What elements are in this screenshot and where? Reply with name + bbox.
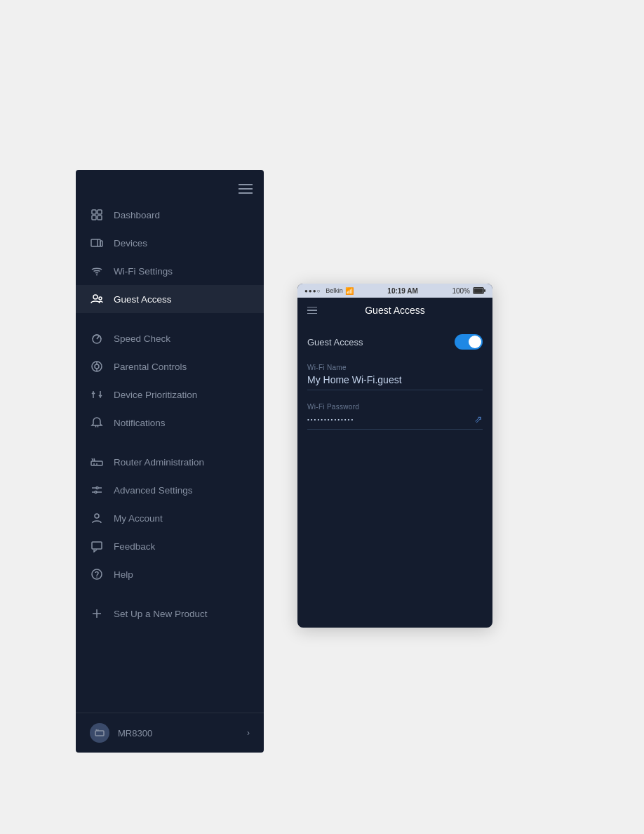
wifi-name-label: Wi-Fi Name (307, 364, 483, 371)
sidebar-item-wifi-settings[interactable]: Wi-Fi Settings (76, 257, 264, 285)
wifi-password-field: Wi-Fi Password •••••••••••••• ⇗ (307, 403, 483, 430)
phone-content: Guest Access Wi-Fi Name My Home Wi-Fi.gu… (297, 323, 492, 454)
sidebar-label-setup: Set Up a New Product (114, 609, 208, 619)
device-row[interactable]: MR8300 › (76, 713, 264, 753)
sidebar-item-advanced[interactable]: Advanced Settings (76, 476, 264, 504)
sidebar-label-account: My Account (114, 513, 163, 524)
sidebar-label-notifications: Notifications (114, 418, 166, 428)
svg-line-39 (96, 729, 97, 731)
guest-access-toggle[interactable] (455, 334, 483, 350)
svg-point-12 (95, 364, 99, 369)
wifi-icon (90, 264, 104, 278)
sidebar-label-dashboard: Dashboard (114, 210, 160, 220)
sidebar-label-devices: Devices (114, 238, 147, 249)
svg-point-8 (93, 295, 98, 299)
phone-nav-bar: Guest Access (297, 298, 492, 323)
devices-icon (90, 236, 104, 250)
svg-point-35 (96, 576, 98, 578)
svg-rect-43 (474, 289, 483, 293)
sidebar-item-devices[interactable]: Devices (76, 229, 264, 257)
help-icon (90, 567, 104, 581)
svg-point-24 (93, 463, 95, 465)
svg-rect-1 (98, 210, 102, 214)
sidebar: Dashboard Devices Wi-Fi Settings Guest A… (76, 170, 264, 753)
phone-mockup: ●●●○ Belkin 📶 10:19 AM 100% Guest Access… (297, 284, 492, 628)
password-dots: •••••••••••••• (307, 416, 354, 423)
wifi-name-value: My Home Wi-Fi.guest (307, 374, 483, 390)
svg-rect-4 (91, 239, 100, 246)
sidebar-item-dashboard[interactable]: Dashboard (76, 201, 264, 229)
notifications-icon (90, 416, 104, 430)
toggle-knob (469, 336, 481, 348)
sidebar-item-priority[interactable]: Device Prioritization (76, 380, 264, 409)
sidebar-item-notifications[interactable]: Notifications (76, 409, 264, 437)
svg-rect-42 (484, 289, 485, 292)
guest-access-row: Guest Access (307, 334, 483, 350)
sidebar-item-router-admin[interactable]: Router Administration (76, 448, 264, 476)
sidebar-label-feedback: Feedback (114, 541, 155, 552)
svg-rect-38 (95, 731, 104, 736)
wifi-password-label: Wi-Fi Password (307, 403, 483, 411)
svg-rect-3 (98, 216, 102, 220)
status-right: 100% (452, 287, 485, 295)
carrier-label: Belkin (326, 287, 343, 294)
priority-icon (90, 388, 104, 402)
battery-label: 100% (452, 287, 470, 295)
sidebar-item-account[interactable]: My Account (76, 504, 264, 532)
advanced-icon (90, 483, 104, 497)
parental-icon (90, 359, 104, 373)
signal-dots: ●●●○ (304, 288, 321, 294)
account-icon (90, 511, 104, 525)
device-avatar (90, 723, 109, 743)
svg-point-34 (92, 569, 102, 579)
svg-rect-6 (100, 241, 102, 246)
wifi-password-value-row: •••••••••••••• ⇗ (307, 413, 483, 430)
svg-point-31 (95, 491, 97, 494)
sidebar-item-parental[interactable]: Parental Controls (76, 352, 264, 380)
guest-icon (90, 292, 104, 306)
device-chevron-icon: › (247, 728, 250, 738)
wifi-status-icon: 📶 (345, 287, 354, 295)
svg-rect-0 (92, 210, 96, 214)
status-time: 10:19 AM (387, 287, 418, 295)
phone-hamburger-icon[interactable] (307, 307, 317, 315)
svg-point-32 (95, 514, 99, 518)
sidebar-label-speed: Speed Check (114, 333, 170, 344)
svg-point-7 (96, 274, 98, 276)
sidebar-label-parental: Parental Controls (114, 362, 187, 372)
dashboard-icon (90, 208, 104, 222)
svg-line-23 (94, 458, 95, 461)
wifi-name-field: Wi-Fi Name My Home Wi-Fi.guest (307, 364, 483, 390)
sidebar-item-help[interactable]: Help (76, 560, 264, 588)
battery-icon (473, 287, 485, 294)
add-icon (90, 607, 104, 621)
svg-line-40 (98, 729, 99, 731)
feedback-icon (90, 539, 104, 553)
nav-items: Dashboard Devices Wi-Fi Settings Guest A… (76, 201, 264, 635)
sidebar-header (76, 170, 264, 201)
hamburger-menu-icon[interactable] (239, 184, 253, 194)
svg-point-28 (96, 487, 98, 489)
sidebar-item-guest-access[interactable]: Guest Access (76, 285, 264, 313)
sidebar-label-router: Router Administration (114, 457, 204, 468)
svg-point-9 (99, 297, 102, 300)
guest-access-label: Guest Access (307, 337, 363, 348)
status-left: ●●●○ Belkin 📶 (304, 287, 354, 295)
sidebar-label-guest-access: Guest Access (114, 294, 172, 305)
phone-screen-title: Guest Access (324, 305, 466, 316)
svg-rect-33 (92, 542, 102, 549)
speed-icon (90, 331, 104, 345)
external-link-icon[interactable]: ⇗ (474, 413, 483, 425)
phone-status-bar: ●●●○ Belkin 📶 10:19 AM 100% (297, 284, 492, 298)
sidebar-item-setup[interactable]: Set Up a New Product (76, 600, 264, 628)
sidebar-label-priority: Device Prioritization (114, 390, 197, 400)
device-name: MR8300 (118, 728, 239, 739)
sidebar-item-feedback[interactable]: Feedback (76, 532, 264, 560)
sidebar-item-speed-check[interactable]: Speed Check (76, 324, 264, 352)
svg-rect-2 (92, 216, 96, 220)
svg-point-25 (96, 463, 98, 465)
sidebar-label-advanced: Advanced Settings (114, 485, 193, 496)
router-icon (90, 455, 104, 469)
sidebar-label-help: Help (114, 569, 133, 580)
sidebar-label-wifi: Wi-Fi Settings (114, 266, 173, 277)
